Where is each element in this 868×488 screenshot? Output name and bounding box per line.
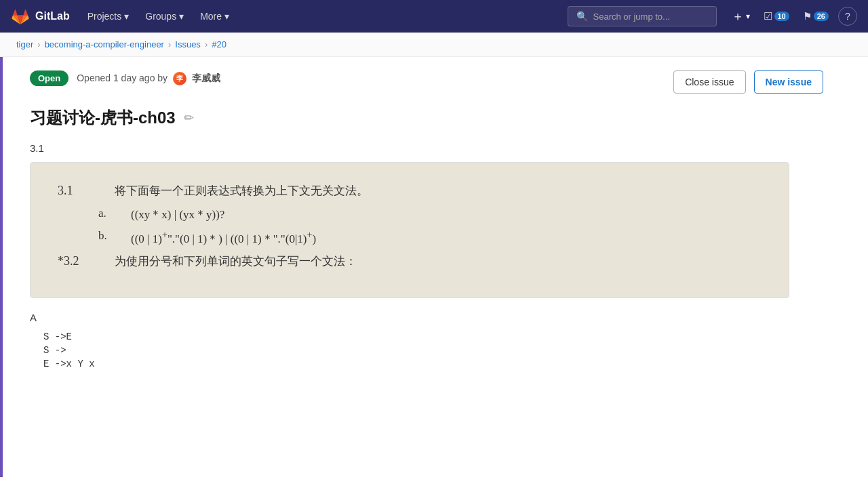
code-line-1: S ->E <box>30 331 823 342</box>
section-label-2: A <box>30 312 823 323</box>
breadcrumb-sep-3: › <box>205 39 208 49</box>
issue-author: 李威威 <box>192 72 220 83</box>
issue-title: 习题讨论-虎书-ch03 <box>30 107 176 129</box>
breadcrumb: tiger › becoming-a-compiler-engineer › I… <box>0 33 868 57</box>
breadcrumb-issue-number[interactable]: #20 <box>212 39 226 49</box>
math-label-b: b. <box>98 229 115 247</box>
chevron-down-icon: ▾ <box>124 11 129 22</box>
close-issue-button[interactable]: Close issue <box>673 70 745 94</box>
main-content: Open Opened 1 day ago by 李 李威威 Close iss… <box>3 57 844 477</box>
search-icon: 🔍 <box>576 11 588 22</box>
top-navbar: GitLab Projects ▾ Groups ▾ More ▾ 🔍 Sear… <box>0 0 868 33</box>
todos-badge: 10 <box>774 12 789 21</box>
issue-title-row: 习题讨论-虎书-ch03 ✏ <box>30 107 823 129</box>
nav-actions: ＋ ▾ ☑ 10 ⚑ 26 ? <box>728 5 858 27</box>
issue-header: Open Opened 1 day ago by 李 李威威 Close iss… <box>30 70 823 94</box>
help-button[interactable]: ? <box>838 7 857 26</box>
edit-icon[interactable]: ✏ <box>184 110 194 125</box>
issue-status-row: Open Opened 1 day ago by 李 李威威 <box>30 70 220 86</box>
merge-requests-button[interactable]: ⚑ 26 <box>799 7 833 25</box>
chevron-down-icon: ▾ <box>224 11 229 22</box>
breadcrumb-repo[interactable]: becoming-a-compiler-engineer <box>45 39 164 49</box>
math-label-a: a. <box>98 207 115 222</box>
search-bar[interactable]: 🔍 Search or jump to... <box>568 6 717 26</box>
create-new-button[interactable]: ＋ ▾ <box>728 5 754 27</box>
breadcrumb-sep-2: › <box>168 39 171 49</box>
math-line-1: 3.1 将下面每一个正则表达式转换为上下文无关文法。 <box>58 183 762 199</box>
code-line-2: S -> <box>30 345 823 356</box>
nav-groups[interactable]: Groups ▾ <box>138 7 191 26</box>
chevron-down-icon: ▾ <box>746 12 750 21</box>
issue-action-buttons: Close issue New issue <box>673 70 823 94</box>
issue-body: 3.1 3.1 将下面每一个正则表达式转换为上下文无关文法。 a. ((xy＊x… <box>30 142 823 375</box>
avatar: 李 <box>173 72 186 85</box>
nav-more[interactable]: More ▾ <box>193 7 236 26</box>
todos-button[interactable]: ☑ 10 <box>760 7 793 25</box>
math-sub-line-b: b. ((0 | 1)+"."(0 | 1)＊) | ((0 | 1)＊"."(… <box>58 229 762 247</box>
math-text-b: ((0 | 1)+"."(0 | 1)＊) | ((0 | 1)＊"."(0|1… <box>131 229 316 247</box>
math-num-1: 3.1 <box>58 184 98 198</box>
math-sub-line-a: a. ((xy＊x) | (yx＊y))? <box>58 207 762 222</box>
math-text-1: 将下面每一个正则表达式转换为上下文无关文法。 <box>115 183 368 199</box>
code-line-3: E ->x Y x <box>30 359 823 369</box>
main-nav-links: Projects ▾ Groups ▾ More ▾ <box>81 7 236 26</box>
math-num-2: *3.2 <box>58 254 98 268</box>
gitlab-logo-link[interactable]: GitLab <box>11 7 70 26</box>
code-block: S ->E S -> E ->x Y x <box>30 329 823 375</box>
breadcrumb-tiger[interactable]: tiger <box>16 39 33 49</box>
section-label-1: 3.1 <box>30 142 823 154</box>
code-section: A S ->E S -> E ->x Y x <box>30 312 823 375</box>
issue-image: 3.1 将下面每一个正则表达式转换为上下文无关文法。 a. ((xy＊x) | … <box>30 162 789 298</box>
image-content: 3.1 将下面每一个正则表达式转换为上下文无关文法。 a. ((xy＊x) | … <box>31 163 789 298</box>
gitlab-wordmark: GitLab <box>35 10 70 22</box>
issue-status-badge: Open <box>30 70 68 86</box>
chevron-down-icon: ▾ <box>179 11 184 22</box>
breadcrumb-issues[interactable]: Issues <box>175 39 201 49</box>
math-text-2: 为使用分号和下列单词的英文句子写一个文法： <box>115 253 357 269</box>
breadcrumb-sep-1: › <box>37 39 40 49</box>
math-line-2: *3.2 为使用分号和下列单词的英文句子写一个文法： <box>58 253 762 269</box>
nav-projects[interactable]: Projects ▾ <box>81 7 136 26</box>
new-issue-button[interactable]: New issue <box>754 70 823 94</box>
search-placeholder: Search or jump to... <box>593 12 670 22</box>
merge-requests-badge: 26 <box>814 12 829 21</box>
math-text-a: ((xy＊x) | (yx＊y))? <box>131 207 224 222</box>
issue-meta-text: Opened 1 day ago by 李 李威威 <box>77 72 220 85</box>
